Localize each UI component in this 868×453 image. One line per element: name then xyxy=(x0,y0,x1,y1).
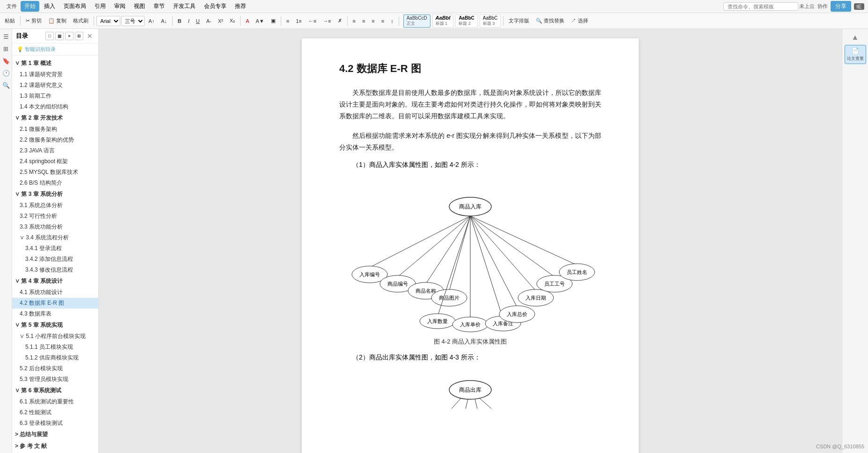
toc-icon[interactable]: ☰ xyxy=(1,32,11,41)
list-bullet-button[interactable]: ≡ xyxy=(284,17,292,25)
toc-item[interactable]: 3.4.1 登录流程 xyxy=(12,243,98,254)
toc-item[interactable]: 2.1 微服务架构 xyxy=(12,124,98,135)
select-button[interactable]: ↗ 选择 xyxy=(568,16,591,26)
toc-item[interactable]: 3.4.2 添加信息流程 xyxy=(12,254,98,265)
align-justify-button[interactable]: ≡ xyxy=(379,17,387,25)
font-color-button[interactable]: A xyxy=(243,17,252,25)
svg-line-38 xyxy=(466,399,468,409)
smart-toc-button[interactable]: 💡 智能识别目录 xyxy=(15,45,58,54)
toc-item[interactable]: 2.6 B/S 结构简介 xyxy=(12,178,98,188)
toc-item[interactable]: 6.1 系统测试的重要性 xyxy=(12,396,98,407)
line-spacing-button[interactable]: ↕ xyxy=(388,17,396,25)
sidebar-view-btn2[interactable]: ▦ xyxy=(55,32,64,40)
menu-file[interactable]: 文件 xyxy=(4,1,20,11)
toc-item[interactable]: 2.4 springboot 框架 xyxy=(12,156,98,167)
menu-developer[interactable]: 开发工具 xyxy=(169,1,199,12)
menu-vip[interactable]: 会员专享 xyxy=(200,1,230,12)
paper-review-icon: 📄 xyxy=(851,47,859,55)
sidebar-view-btn1[interactable]: □ xyxy=(45,32,54,40)
toc-item[interactable]: 6.2 性能测试 xyxy=(12,407,98,418)
toc-item[interactable]: 3.2 可行性分析 xyxy=(12,211,98,222)
toc-item[interactable]: 2.5 MYSQL 数据库技术 xyxy=(12,167,98,178)
toc-item[interactable]: 1.4 本文的组织结构 xyxy=(12,101,98,112)
toc-item[interactable]: ∨ 第 2 章 开发技术 xyxy=(12,112,98,124)
bookmark-icon[interactable]: 🔖 xyxy=(1,56,11,65)
style-heading2[interactable]: AaBbC 标题 2 xyxy=(455,14,477,28)
toc-item[interactable]: 5.1.1 员工模块实现 xyxy=(12,342,98,352)
toc-item[interactable]: 3.4.3 修改信息流程 xyxy=(12,265,98,275)
font-family-select[interactable]: Arial xyxy=(96,16,120,26)
toc-item[interactable]: > 总结与展望 xyxy=(12,429,98,440)
align-center-button[interactable]: ≡ xyxy=(359,17,368,25)
font-size-select[interactable]: 三号 xyxy=(121,16,145,26)
indent-decrease-button[interactable]: ←≡ xyxy=(306,17,319,25)
indent-increase-button[interactable]: →≡ xyxy=(320,17,334,25)
style-heading1[interactable]: AaBbI 标题 1 xyxy=(432,14,454,28)
toc-item[interactable]: 1.1 课题研究背景 xyxy=(12,69,98,80)
toc-item[interactable]: 6.3 登录模块测试 xyxy=(12,418,98,429)
share-button[interactable]: 分享 xyxy=(831,1,851,12)
cut-button[interactable]: ✂ 剪切 xyxy=(23,16,44,26)
strikethrough-button[interactable]: A- xyxy=(204,17,214,25)
toc-item[interactable]: 3.3 系统功能分析 xyxy=(12,222,98,232)
toc-item[interactable]: > 参 考 文 献 xyxy=(12,440,98,452)
underline-button[interactable]: U xyxy=(193,17,203,25)
menu-start[interactable]: 开始 xyxy=(21,1,39,12)
toc-item[interactable]: ∨ 第 3 章 系统分析 xyxy=(12,188,98,200)
toc-item[interactable]: ∨ 5.1 小程序前台模块实现 xyxy=(12,331,98,342)
copy-button[interactable]: 📋 复制 xyxy=(45,16,69,26)
search-input[interactable] xyxy=(723,2,798,11)
menu-review[interactable]: 审阅 xyxy=(110,1,129,12)
border-button[interactable]: ▣ xyxy=(268,16,278,25)
sidebar-view-btn4[interactable]: ⊞ xyxy=(75,32,83,40)
toc-item[interactable]: 1.2 课题研究意义 xyxy=(12,80,98,91)
font-size-decrease-button[interactable]: A↓ xyxy=(158,17,170,25)
sidebar-view-btn3[interactable]: ≡ xyxy=(65,32,73,40)
toc-item[interactable]: 3.1 系统总体分析 xyxy=(12,200,98,211)
menu-reference[interactable]: 引用 xyxy=(91,1,109,12)
toc-item[interactable]: 4.3 数据库表 xyxy=(12,309,98,319)
toc-item[interactable]: ∨ 第 1 章 概述 xyxy=(12,58,98,69)
font-size-increase-button[interactable]: A↑ xyxy=(146,17,157,25)
menu-recommend[interactable]: 推荐 xyxy=(231,1,250,12)
menu-insert[interactable]: 插入 xyxy=(40,1,59,12)
find-replace-button[interactable]: 🔍 查找替换 xyxy=(533,16,567,26)
toc-item[interactable]: 5.3 管理员模块实现 xyxy=(12,374,98,385)
paste-button[interactable]: 粘贴 xyxy=(2,16,18,26)
toc-item[interactable]: 2.2 微服务架构的优势 xyxy=(12,135,98,145)
toc-item[interactable]: ∨ 第 6 章系统测试 xyxy=(12,385,98,396)
italic-button[interactable]: I xyxy=(185,17,192,25)
sidebar-close-button[interactable]: ✕ xyxy=(85,32,95,40)
menu-view[interactable]: 视图 xyxy=(130,1,149,12)
toc-item[interactable]: 5.2 后台模块实现 xyxy=(12,363,98,374)
toc-item[interactable]: ∨ 第 5 章 系统实现 xyxy=(12,319,98,331)
toc-item[interactable]: 4.1 系统功能设计 xyxy=(12,287,98,298)
toc-item[interactable]: 5.1.2 供应商模块实现 xyxy=(12,352,98,363)
toc-item[interactable]: 2.3 JAVA 语言 xyxy=(12,145,98,156)
subscript-button[interactable]: X₂ xyxy=(227,16,238,25)
toc-item[interactable]: 4.2 数据库 E-R 图 xyxy=(12,298,98,309)
menu-page-layout[interactable]: 页面布局 xyxy=(60,1,90,12)
format-painter-button[interactable]: 格式刷 xyxy=(70,16,91,26)
superscript-button[interactable]: X² xyxy=(215,17,226,25)
toc-item[interactable]: 1.3 前期工作 xyxy=(12,91,98,101)
nav-icon[interactable]: ⊞ xyxy=(1,44,11,53)
menu-section[interactable]: 章节 xyxy=(150,1,168,12)
history-icon[interactable]: 🕐 xyxy=(1,68,11,78)
style-heading3[interactable]: AaBbC 标题 3 xyxy=(480,14,501,28)
align-right-button[interactable]: ≡ xyxy=(369,17,377,25)
document-area[interactable]: 4.2 数据库 E-R 图 关系型数据库是目前使用人数最多的数据库，既是面向对象… xyxy=(99,29,842,453)
search-icon[interactable]: 🔍 xyxy=(1,80,11,90)
collaborate-btn[interactable]: 协作 xyxy=(817,3,828,10)
bold-button[interactable]: B xyxy=(175,17,184,25)
scroll-up-button[interactable]: ▲ xyxy=(848,33,862,42)
list-number-button[interactable]: 1≡ xyxy=(293,17,305,25)
toc-item[interactable]: ∨ 3.4 系统流程分析 xyxy=(12,232,98,243)
paper-review-button[interactable]: 📄 论文查重 xyxy=(845,45,866,64)
align-left-button[interactable]: ≡ xyxy=(350,17,358,25)
text-layout-button[interactable]: 文字排版 xyxy=(506,16,532,26)
style-normal[interactable]: AaBbCcD 正文 xyxy=(403,14,430,28)
highlight-button[interactable]: A▼ xyxy=(253,17,267,25)
toc-item[interactable]: ∨ 第 4 章 系统设计 xyxy=(12,275,98,287)
clear-format-button[interactable]: ✗ xyxy=(335,16,345,25)
